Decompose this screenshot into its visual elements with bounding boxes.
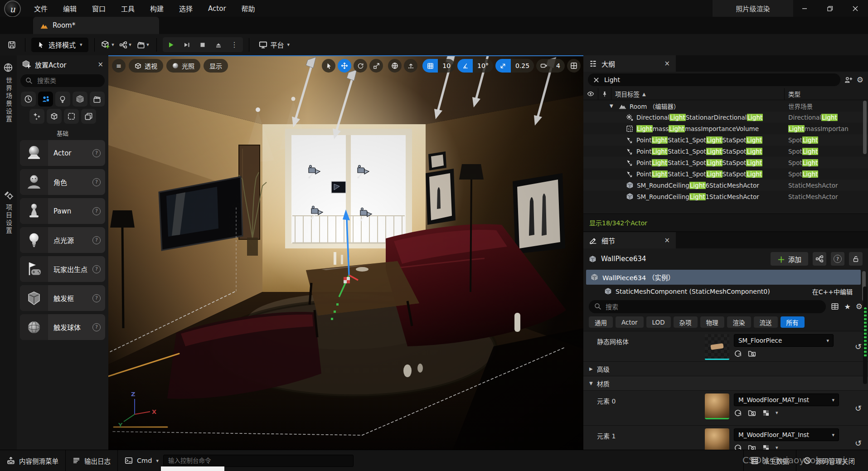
reset-property-button[interactable]: ↺ — [855, 331, 862, 361]
outliner-search[interactable]: Light — [588, 73, 840, 86]
close-panel-icon[interactable]: × — [97, 60, 103, 68]
platforms-dropdown[interactable]: 平台 ▾ — [255, 40, 294, 49]
filter-chip-物理[interactable]: 物理 — [700, 316, 724, 328]
help-badge[interactable]: ? — [92, 140, 105, 166]
outliner-row[interactable]: PointLightStatic1_SpotLightStaSpotLight … — [583, 157, 868, 168]
console-input[interactable] — [163, 455, 354, 467]
place-category-shapes[interactable] — [73, 92, 87, 107]
details-tab[interactable]: 细节 × — [583, 232, 676, 248]
level-tab[interactable]: Room* — [33, 17, 159, 34]
filter-chip-所有[interactable]: 所有 — [781, 316, 805, 328]
place-category-effects[interactable] — [29, 109, 44, 124]
camera-speed-control[interactable]: 4 — [536, 59, 565, 73]
reset-property-button[interactable]: ↺ — [855, 391, 862, 425]
pin-column-icon[interactable] — [598, 88, 611, 100]
actor-instance-row[interactable]: WallPiece634 （实例） — [586, 270, 861, 285]
material-thumbnail[interactable] — [705, 393, 729, 419]
material-options-icon[interactable] — [762, 444, 770, 451]
close-panel-icon[interactable]: × — [664, 236, 670, 244]
details-settings-icon[interactable]: ⚙ — [856, 302, 863, 311]
view-mode-dropdown[interactable]: 光照 — [166, 59, 200, 73]
restore-button[interactable] — [817, 0, 843, 17]
filter-chip-杂项[interactable]: 杂项 — [674, 316, 698, 328]
label-column-header[interactable]: 项目标签▲ — [611, 88, 784, 100]
place-item-character[interactable]: 角色 ? — [20, 169, 105, 195]
outliner-row[interactable]: PointLightStatic1_SpotLightStaSpotLight … — [583, 134, 868, 146]
clear-search-icon[interactable] — [593, 77, 599, 83]
world-settings-tab[interactable]: 世界场景设置 — [4, 77, 13, 123]
visibility-column-icon[interactable] — [583, 88, 598, 100]
outliner-scrollbar[interactable] — [863, 101, 867, 154]
place-item-triggerbox[interactable]: 触发框 ? — [20, 285, 105, 311]
save-button[interactable] — [5, 38, 19, 52]
outliner-row[interactable]: PointLightStatic1_SpotLightStaSpotLight … — [583, 146, 868, 157]
cinematics-dropdown[interactable]: ▾ — [136, 38, 150, 52]
menu-item-Actor[interactable]: Actor — [200, 5, 233, 13]
help-badge[interactable]: ? — [92, 169, 105, 195]
scale-snap-control[interactable]: 0.25 — [495, 59, 534, 73]
help-button[interactable]: ? — [831, 252, 844, 266]
material-options-icon[interactable] — [762, 409, 770, 417]
menu-item-帮助[interactable]: 帮助 — [234, 4, 263, 13]
menu-item-工具[interactable]: 工具 — [113, 4, 142, 13]
place-item-pawn[interactable]: Pawn ? — [20, 198, 105, 224]
menu-item-文件[interactable]: 文件 — [26, 4, 55, 13]
outliner-add-icon[interactable] — [844, 76, 853, 84]
place-category-cinematics[interactable] — [90, 92, 105, 107]
help-badge[interactable]: ? — [92, 198, 105, 224]
rotation-snap-control[interactable]: 10° — [457, 59, 493, 73]
details-search[interactable]: 搜索 — [589, 300, 826, 313]
grid-snap-control[interactable]: 10 — [422, 59, 455, 73]
edit-in-cpp-link[interactable]: 在C++中编辑 — [812, 287, 853, 296]
blueprints-dropdown[interactable]: ▾ — [118, 38, 133, 52]
place-item-pointlight[interactable]: 点光源 ? — [20, 227, 105, 253]
favorites-icon[interactable]: ★ — [844, 302, 850, 311]
stop-button[interactable] — [195, 38, 211, 52]
outliner-settings-icon[interactable]: ⚙ — [857, 75, 863, 84]
outliner-row[interactable]: DirectionalLightStationarDirectionalLigh… — [583, 112, 868, 123]
surface-snap-button[interactable] — [404, 59, 417, 73]
details-scrollbar[interactable] — [863, 286, 867, 384]
viewport[interactable]: Z X Y ≡ 透视 光照 显示 — [108, 55, 583, 450]
help-badge[interactable]: ? — [92, 227, 105, 253]
materials-section[interactable]: ▼ 材质 — [583, 376, 868, 390]
filter-chip-流送[interactable]: 流送 — [754, 316, 778, 328]
cmd-dropdown[interactable]: Cmd ▾ — [118, 450, 161, 471]
help-badge[interactable]: ? — [92, 314, 105, 340]
place-category-basic[interactable] — [38, 92, 53, 107]
project-settings-tab[interactable]: 项目设置 — [4, 204, 13, 235]
use-selected-asset-icon[interactable] — [734, 350, 742, 358]
expander-icon[interactable]: ▼ — [610, 103, 616, 108]
place-category-recent[interactable] — [21, 92, 36, 107]
scale-tool-button[interactable] — [369, 59, 383, 73]
browse-asset-icon[interactable] — [748, 349, 756, 358]
outliner-row[interactable]: ▼ Room （编辑器） 世界场景 — [583, 100, 868, 112]
component-row[interactable]: StaticMeshComponent (StaticMeshComponent… — [583, 285, 868, 298]
browse-asset-icon[interactable] — [748, 408, 756, 417]
advanced-section[interactable]: ▶ 高级 — [583, 361, 868, 376]
mesh-thumbnail[interactable] — [705, 334, 729, 360]
frame-skip-button[interactable] — [179, 38, 195, 52]
place-search[interactable] — [20, 74, 105, 87]
play-button[interactable] — [163, 38, 179, 52]
material-select[interactable]: M_WoodFloor_MAT_Inst▾ — [734, 428, 839, 441]
display-options-icon[interactable] — [831, 302, 839, 311]
world-space-button[interactable] — [388, 59, 402, 73]
place-item-playerstart[interactable]: 玩家出生点 ? — [20, 256, 105, 282]
select-mode-dropdown[interactable]: 选择模式 ▾ — [31, 38, 88, 52]
reset-property-button[interactable]: ↺ — [855, 426, 862, 450]
filter-chip-渲染[interactable]: 渲染 — [727, 316, 751, 328]
select-tool-button[interactable] — [322, 59, 335, 73]
menu-item-选择[interactable]: 选择 — [171, 4, 200, 13]
minimize-button[interactable] — [792, 0, 817, 17]
outliner-row[interactable]: PointLightStatic1_SpotLightStaSpotLight … — [583, 168, 868, 180]
place-category-lights[interactable] — [55, 92, 70, 107]
play-options-button[interactable]: ⋮ — [227, 38, 242, 52]
menu-item-编辑[interactable]: 编辑 — [55, 4, 84, 13]
world-settings-icon[interactable] — [3, 63, 13, 73]
place-category-all[interactable] — [81, 109, 96, 124]
filter-chip-LOD[interactable]: LOD — [646, 316, 671, 328]
outliner-row[interactable]: SM_RoundCeilingLight1StaticMeshActor Sta… — [583, 191, 868, 202]
outliner-row[interactable]: LightmassLightmassImportanceVolume Light… — [583, 123, 868, 134]
help-badge[interactable]: ? — [92, 285, 105, 311]
